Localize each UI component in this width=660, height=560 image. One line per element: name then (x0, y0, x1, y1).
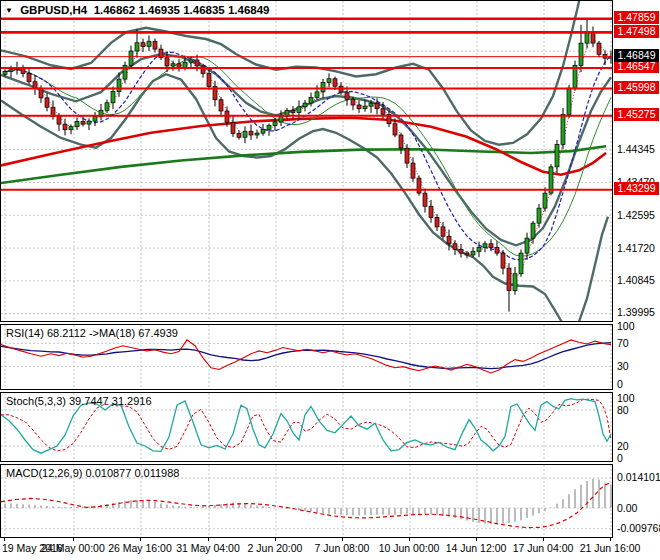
candle-up (513, 274, 517, 291)
candle-down (141, 43, 145, 47)
symbol-dropdown-icon[interactable]: ▼ (5, 6, 13, 15)
candle-down (453, 244, 457, 250)
candle-up (69, 127, 73, 130)
price-level-label: 1.43299 (614, 182, 659, 195)
time-tick (4, 538, 5, 541)
candle-up (579, 43, 583, 66)
candle-up (273, 122, 277, 126)
candle-down (63, 124, 67, 130)
current-price-label: 1.46849 (614, 49, 659, 62)
rsi-tick-label: 30 (617, 360, 629, 373)
time-tick (208, 538, 209, 541)
macd-label: MACD(12,26,9) 0.010877 0.011988 (6, 467, 179, 479)
candle-down (441, 227, 445, 236)
candle-up (297, 107, 301, 113)
price-level-label: 1.45998 (614, 81, 659, 94)
ohlc-values-label: 1.46862 1.46935 1.46835 1.46849 (94, 4, 270, 16)
rsi-tick-label: 100 (617, 320, 635, 333)
candle-down (57, 117, 61, 125)
candle-up (135, 43, 139, 51)
candle-up (279, 116, 283, 122)
time-axis[interactable]: 19 May 201624 May 00:0026 May 16:0031 Ma… (0, 538, 660, 560)
time-axis-label: 2 Jun 20:00 (241, 542, 309, 554)
price-tick-label: 1.44345 (617, 143, 655, 156)
main-price-chart-panel[interactable] (0, 0, 613, 322)
macd-tick-label: -0.009768 (617, 522, 660, 535)
candle-up (111, 92, 115, 103)
candle-up (537, 208, 541, 223)
time-tick (73, 538, 74, 541)
time-axis-label: 14 Jun 12:00 (442, 542, 510, 554)
time-axis-label: 7 Jun 08:00 (308, 542, 376, 554)
time-tick (409, 538, 410, 541)
candle-up (327, 79, 331, 83)
candle-down (393, 124, 397, 135)
candle-down (219, 100, 223, 111)
candle-up (105, 103, 109, 111)
candle-down (495, 248, 499, 254)
candle-up (129, 51, 133, 65)
candle-up (531, 223, 535, 238)
time-tick (140, 538, 141, 541)
candle-up (519, 253, 523, 274)
rsi-tick-label: 0 (617, 378, 623, 391)
price-tick-label: 1.42595 (617, 209, 655, 222)
candle-down (417, 178, 421, 193)
time-axis-label: 26 May 16:00 (106, 542, 174, 554)
candle-up (267, 126, 271, 130)
candle-up (471, 251, 475, 255)
rsi-indicator-panel[interactable]: RSI(14) 68.2112 ->MA(18) 67.4939 (0, 324, 613, 390)
price-tick-label: 1.41720 (617, 242, 655, 255)
candle-down (39, 89, 43, 98)
macd-tick-label: 0.00 (617, 502, 637, 515)
candle-down (459, 249, 463, 253)
candle-up (321, 83, 325, 92)
stoch-tick-label: 0 (617, 452, 623, 465)
candle-down (465, 253, 469, 255)
candle-up (369, 103, 373, 106)
time-tick (610, 538, 611, 541)
candle-down (429, 206, 433, 217)
stochastic-indicator-panel[interactable]: Stoch(5,3,3) 39.7447 31.2916 (0, 392, 613, 462)
candle-down (237, 134, 241, 138)
candle-down (33, 82, 37, 89)
candle-down (207, 74, 211, 87)
candle-down (489, 244, 493, 248)
time-tick (476, 538, 477, 541)
candle-up (561, 114, 565, 144)
time-axis-label: 31 May 04:00 (174, 542, 242, 554)
chart-title: ▼ GBPUSD,H4 1.46862 1.46935 1.46835 1.46… (5, 4, 270, 16)
candle-down (405, 148, 409, 163)
price-level-label: 1.47498 (614, 25, 659, 38)
stochastic-label: Stoch(5,3,3) 39.7447 31.2916 (6, 395, 152, 407)
candle-up (255, 133, 259, 135)
candle-down (501, 253, 505, 268)
candle-up (93, 117, 97, 122)
price-tick-label: 1.40845 (617, 274, 655, 287)
candle-up (315, 92, 319, 98)
candle-up (363, 106, 367, 109)
candle-up (147, 41, 151, 46)
symbol-period-label: GBPUSD,H4 (20, 4, 87, 16)
candle-down (249, 131, 253, 135)
candle-up (261, 129, 265, 133)
candle-up (243, 131, 247, 137)
candle-down (345, 92, 349, 99)
candle-down (597, 43, 601, 54)
candle-down (447, 236, 451, 244)
price-axis[interactable]: 1.468451.443451.434701.425951.417201.408… (613, 0, 660, 538)
candle-up (483, 244, 487, 248)
candle-up (3, 72, 7, 75)
time-tick (275, 538, 276, 541)
macd-indicator-panel[interactable]: MACD(12,26,9) 0.010877 0.011988 (0, 464, 613, 538)
candle-up (75, 122, 79, 127)
candle-down (351, 99, 355, 105)
candle-down (165, 58, 169, 66)
candle-down (231, 122, 235, 133)
candle-down (45, 98, 49, 107)
time-axis-label: 24 May 00:00 (39, 542, 107, 554)
time-tick (543, 538, 544, 541)
price-level-label: 1.46547 (614, 60, 659, 73)
candle-down (27, 74, 31, 82)
rsi-label: RSI(14) 68.2112 ->MA(18) 67.4939 (6, 327, 178, 339)
